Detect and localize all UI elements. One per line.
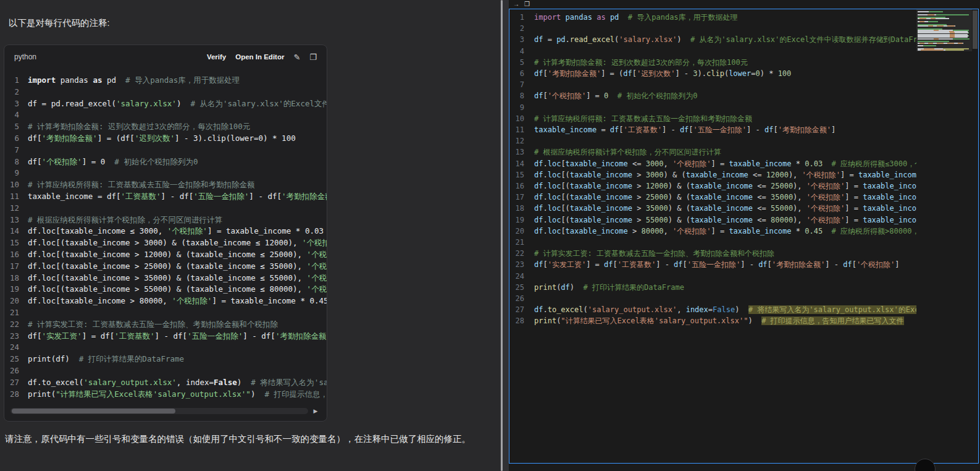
line-number: 28: [4, 389, 28, 401]
code-line: 26: [4, 365, 327, 377]
code-text: # 根据应纳税所得额计算个税扣除，分不同区间进行计算: [28, 214, 222, 226]
edit-icon[interactable]: ✎: [293, 53, 300, 62]
line-number: 21: [509, 237, 534, 248]
code-text: df.to_excel('salary_output.xlsx', index=…: [534, 304, 916, 315]
vertical-scrollbar[interactable]: [972, 9, 978, 463]
intro-text: 以下是对每行代码的注释:: [9, 17, 110, 29]
line-number: 28: [509, 315, 534, 326]
code-line: 25print(df) # 打印计算结果的DataFrame: [509, 282, 916, 293]
code-text: df.loc[(taxable_income > 55000) & (taxab…: [28, 284, 327, 295]
code-text: print(df) # 打印计算结果的DataFrame: [534, 282, 684, 293]
open-in-editor-button[interactable]: Open In Editor: [235, 53, 284, 61]
code-text: import pandas as pd # 导入pandas库，用于数据处理: [28, 75, 240, 87]
line-number: 3: [509, 34, 534, 45]
code-line: 3df = pd.read_excel('salary.xlsx') # 从名为…: [509, 34, 916, 45]
scroll-right-button[interactable]: ▶: [311, 408, 320, 414]
code-line: 17df.loc[(taxable_income > 25000) & (tax…: [509, 192, 916, 203]
line-number: 16: [509, 180, 534, 192]
line-number: 21: [4, 307, 28, 319]
code-line: 28print("计算结果已写入Excel表格'salary_output.xl…: [4, 389, 327, 401]
code-card-actions: Verify Open In Editor ✎ ❐: [207, 53, 317, 62]
code-text: df.to_excel('salary_output.xlsx', index=…: [28, 377, 327, 389]
code-line: 14df.loc[taxable_income ≤ 3000, '个税扣除'] …: [4, 226, 327, 237]
code-text: df = pd.read_excel('salary.xlsx') # 从名为'…: [28, 98, 327, 110]
line-number: 12: [4, 203, 28, 214]
line-number: 4: [509, 46, 534, 57]
code-card: python Verify Open In Editor ✎ ❐ 1import…: [4, 45, 327, 422]
code-line: 10# 计算应纳税所得额: 工资基数减去五险一金扣除和考勤扣除金额: [4, 179, 327, 191]
code-line: 6df['考勤扣除金额'] = (df['迟到次数'] - 3).clip(lo…: [509, 68, 916, 79]
scrollbar-thumb[interactable]: [12, 409, 175, 414]
code-text: df.loc[(taxable_income > 12000) & (taxab…: [534, 180, 916, 192]
line-number: 19: [4, 284, 28, 295]
code-text: df.loc[(taxable_income > 35000) & (taxab…: [534, 203, 916, 214]
code-text: df['个税扣除'] = 0 # 初始化个税扣除列为0: [534, 90, 697, 101]
copy-icon[interactable]: ❐: [309, 53, 317, 62]
line-number: 8: [4, 156, 28, 168]
minimap[interactable]: [916, 9, 972, 463]
code-text: df.loc[(taxable_income > 25000) & (taxab…: [534, 192, 916, 203]
code-text: print(df) # 打印计算结果的DataFrame: [28, 354, 184, 365]
code-text: df.loc[taxable_income ≤ 3000, '个税扣除'] = …: [28, 226, 327, 237]
chat-panel: 以下是对每行代码的注释: python Verify Open In Edito…: [0, 0, 500, 471]
footer-note: 请注意，原代码中有一些引号和变量名的错误（如使用了中文引号和不一致的变量名），在…: [5, 431, 496, 447]
line-number: 25: [509, 282, 534, 293]
code-line: 7: [4, 145, 327, 156]
code-editor[interactable]: 1import pandas as pd # 导入pandas库，用于数据处理2…: [509, 9, 979, 464]
scrollbar-track[interactable]: [10, 408, 308, 414]
code-text: # 计算应纳税所得额: 工资基数减去五险一金扣除和考勤扣除金额: [28, 179, 255, 191]
line-number: 6: [4, 133, 28, 145]
line-number: 23: [4, 331, 28, 342]
code-text: df = pd.read_excel('salary.xlsx') # 从名为'…: [534, 34, 916, 45]
code-text: # 计算实发工资: 工资基数减去五险一金扣除、考勤扣除金额和个税扣除: [534, 248, 774, 259]
code-line: 20df.loc[taxable_income > 80000, '个税扣除']…: [509, 226, 916, 237]
horizontal-scrollbar[interactable]: ▶: [10, 406, 320, 416]
minimap-slider[interactable]: [916, 9, 972, 51]
code-text: df.loc[taxable_income > 80000, '个税扣除'] =…: [534, 226, 916, 237]
code-text: # 计算实发工资: 工资基数减去五险一金扣除、考勤扣除金额和个税扣除: [28, 319, 278, 331]
line-number: 18: [509, 203, 534, 214]
chat-code-block: 1import pandas as pd # 导入pandas库，用于数据处理2…: [4, 69, 327, 401]
code-line: 16df.loc[(taxable_income > 12000) & (tax…: [509, 180, 916, 192]
line-number: 1: [4, 75, 28, 87]
code-line: 8df['个税扣除'] = 0 # 初始化个税扣除列为0: [509, 90, 916, 101]
line-number: 27: [509, 304, 534, 315]
line-number: 1: [509, 12, 534, 23]
line-number: 10: [509, 113, 534, 124]
line-number: 8: [509, 90, 534, 101]
code-text: df['实发工资'] = df['工资基数'] - df['五险一金扣除'] -…: [534, 259, 900, 270]
panel-resize-handle[interactable]: [501, 0, 503, 471]
language-label: python: [14, 53, 36, 61]
code-line: 23df['实发工资'] = df['工资基数'] - df['五险一金扣除']…: [509, 259, 916, 270]
code-text: df['个税扣除'] = 0 # 初始化个税扣除列为0: [28, 156, 198, 168]
code-line: 6df['考勤扣除金额'] = (df['迟到次数'] - 3).clip(lo…: [4, 133, 327, 145]
line-number: 9: [4, 168, 28, 179]
code-line: 12: [4, 203, 327, 214]
code-text: df.loc[(taxable_income > 12000) & (taxab…: [28, 249, 327, 261]
editor-code-area[interactable]: 1import pandas as pd # 导入pandas库，用于数据处理2…: [509, 9, 916, 463]
code-line: 14df.loc[taxable_income <= 3000, '个税扣除']…: [509, 158, 916, 169]
code-line: 7: [509, 79, 916, 90]
code-text: # 计算考勤扣除金额: 迟到次数超过3次的部分，每次扣除100元: [534, 57, 748, 68]
vertical-scrollbar-thumb[interactable]: [973, 11, 978, 49]
code-line: 22# 计算实发工资: 工资基数减去五险一金扣除、考勤扣除金额和个税扣除: [509, 248, 916, 259]
code-text: df.loc[taxable_income > 80000, '个税扣除'] =…: [28, 295, 327, 307]
code-text: print("计算结果已写入Excel表格'salary_output.xlsx…: [534, 315, 904, 326]
line-number: 10: [4, 179, 28, 191]
line-number: 7: [4, 145, 28, 156]
verify-button[interactable]: Verify: [207, 53, 226, 61]
code-text: taxable_income = df['工资基数'] - df['五险一金扣除…: [534, 124, 836, 135]
code-line: 11taxable_income = df['工资基数'] - df['五险一金…: [4, 191, 327, 203]
code-text: df['考勤扣除金额'] = (df['迟到次数'] - 3).clip(low…: [534, 68, 791, 79]
code-text: df.loc[(taxable_income > 3000) & (taxabl…: [28, 237, 327, 249]
arrow-right-icon[interactable]: →: [513, 1, 519, 7]
code-line: 1import pandas as pd # 导入pandas库，用于数据处理: [4, 75, 327, 87]
file-copy-icon[interactable]: ❐: [524, 1, 530, 7]
line-number: 13: [4, 214, 28, 226]
code-line: 9: [509, 102, 916, 113]
code-line: 5# 计算考勤扣除金额: 迟到次数超过3次的部分，每次扣除100元: [509, 57, 916, 68]
code-line: 27df.to_excel('salary_output.xlsx', inde…: [4, 377, 327, 389]
line-number: 2: [509, 23, 534, 34]
code-text: df.loc[taxable_income <= 3000, '个税扣除'] =…: [534, 158, 916, 169]
line-number: 14: [4, 226, 28, 237]
